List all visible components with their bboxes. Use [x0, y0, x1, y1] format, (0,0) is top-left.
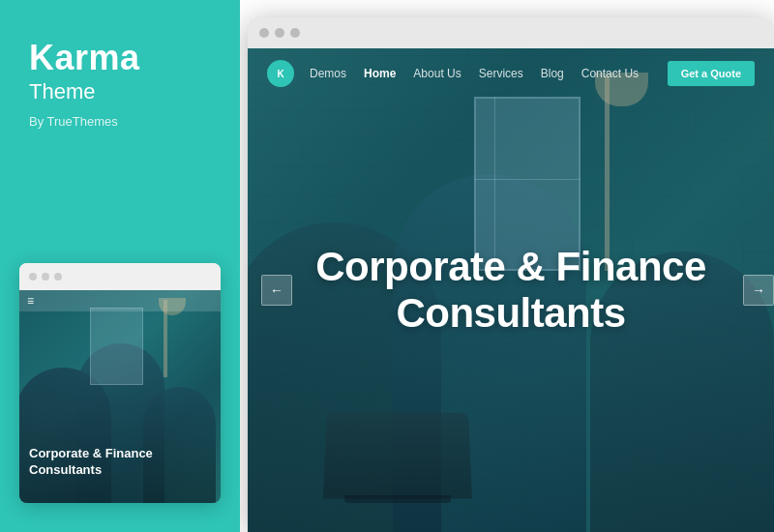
mini-browser-bar: [19, 263, 221, 290]
mini-nav: ≡: [19, 290, 221, 311]
nav-link-contact[interactable]: Contact Us: [581, 67, 639, 80]
main-browser-bar: [248, 17, 774, 48]
nav-link-blog[interactable]: Blog: [541, 67, 564, 80]
mini-hero-text: Corporate & Finance Consultants: [29, 446, 211, 479]
hero-content: Corporate & Finance Consultants: [269, 244, 753, 338]
mini-dot-2: [42, 273, 49, 281]
nav-link-about[interactable]: About Us: [413, 67, 461, 80]
mini-dot-3: [54, 273, 62, 281]
slider-arrow-left[interactable]: ←: [261, 275, 292, 306]
mini-browser-content: ≡ Corporate & Finance Consultants: [19, 290, 221, 503]
website-preview: K Demos Home About Us Services Blog Cont…: [248, 48, 774, 532]
brand-subtitle: Theme: [29, 79, 211, 104]
nav-link-services[interactable]: Services: [479, 67, 523, 80]
main-browser: K Demos Home About Us Services Blog Cont…: [248, 17, 774, 532]
brand-by: By TrueThemes: [29, 114, 211, 129]
brand-title: Karma: [29, 39, 211, 77]
main-dot-2: [275, 28, 284, 38]
nav-link-home[interactable]: Home: [364, 67, 396, 80]
left-panel: Karma Theme By TrueThemes ≡ Corporate & …: [0, 0, 240, 532]
main-dot-3: [290, 28, 300, 38]
website-hero: Corporate & Finance Consultants: [248, 48, 774, 532]
website-nav: K Demos Home About Us Services Blog Cont…: [248, 48, 774, 99]
mini-dot-1: [29, 273, 37, 281]
nav-links: Demos Home About Us Services Blog Contac…: [310, 67, 668, 80]
right-panel: K Demos Home About Us Services Blog Cont…: [240, 0, 774, 532]
main-dot-1: [259, 28, 269, 38]
get-quote-button[interactable]: Get a Quote: [668, 61, 755, 86]
nav-link-demos[interactable]: Demos: [310, 67, 346, 80]
hamburger-icon: ≡: [27, 295, 34, 307]
mini-browser-preview: ≡ Corporate & Finance Consultants: [19, 263, 221, 503]
slider-arrow-right[interactable]: →: [743, 275, 774, 306]
hero-title: Corporate & Finance Consultants: [269, 244, 753, 338]
nav-logo: K: [267, 60, 294, 87]
